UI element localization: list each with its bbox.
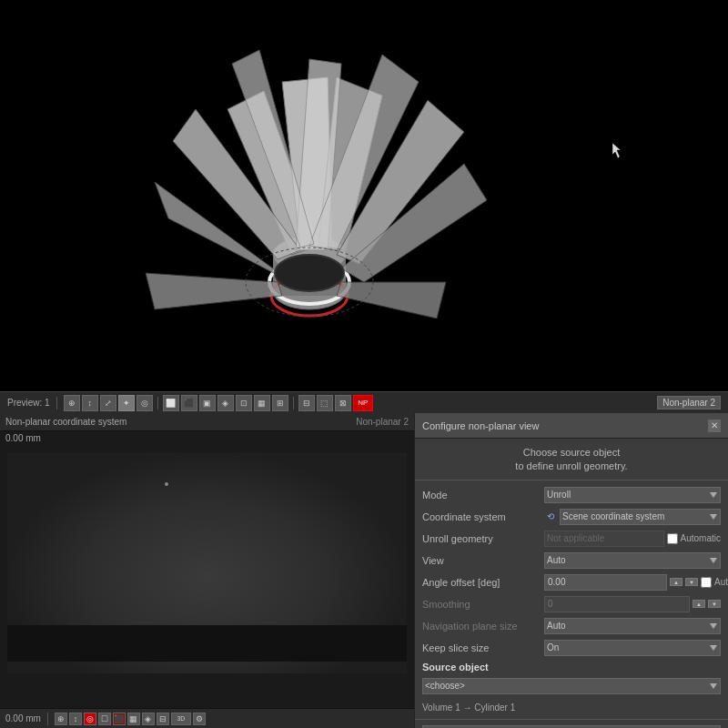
toolbar-icon-4[interactable]: ✦ (118, 395, 135, 411)
config-checkbox-label-angle: Automatic (714, 577, 728, 587)
config-prompt-line1: Choose source object (420, 446, 723, 460)
config-prompt-line2: to define unroll geometry. (420, 460, 723, 473)
svg-point-22 (165, 482, 168, 486)
footer-measurement: 0.00 mm (5, 713, 41, 723)
svg-rect-0 (0, 0, 728, 391)
config-checkbox-label-unroll-geo: Automatic (681, 533, 721, 543)
toolbar-icon-14[interactable]: ⬚ (317, 395, 333, 411)
config-row-volume: Volume 1 → Cylinder 1 (415, 697, 728, 719)
svg-rect-23 (7, 625, 407, 662)
toolbar-icon-13[interactable]: ⊟ (298, 395, 315, 411)
config-row-smoothing: Smoothing ▲ ▼ (415, 593, 728, 615)
footer-icon-7[interactable]: ◈ (142, 713, 155, 725)
config-label-angle: Angle offset [deg] (422, 577, 541, 588)
toolbar-icon-8[interactable]: ▣ (199, 395, 216, 411)
config-row-angle: Angle offset [deg] ▲ ▼ Automatic (415, 571, 728, 593)
config-control-angle: ▲ ▼ Automatic (544, 574, 728, 591)
measurement-label: 0.00 mm (0, 431, 414, 445)
toolbar-icon-12[interactable]: ⊞ (272, 395, 288, 411)
config-control-view: Auto (544, 552, 721, 569)
viewport-2d[interactable] (7, 452, 407, 701)
toolbar-separator-3 (293, 397, 294, 410)
footer-icon-5[interactable]: ⬛ (113, 713, 126, 725)
config-spin-down-smooth[interactable]: ▼ (708, 600, 721, 608)
config-close-button[interactable]: ✕ (708, 420, 721, 432)
viewport-2d-bg (7, 452, 407, 701)
config-input-smoothing[interactable] (544, 596, 690, 612)
toolbar-right: Non-planar 2 (657, 396, 721, 410)
footer-icons: ⊕ ↕ ◎ ☐ ⬛ ▦ ◈ ⊟ 3D ⚙ (55, 713, 206, 725)
config-row-choose: <choose> (415, 675, 728, 697)
config-label-nav-plane: Navigation plane size (422, 621, 541, 632)
footer-icon-1[interactable]: ⊕ (55, 713, 67, 725)
config-select-unroll-geo[interactable]: Not applicable (544, 531, 664, 547)
config-row-mode: Mode Unroll (415, 484, 728, 506)
config-label-unroll-geo: Unroll geometry (422, 533, 541, 544)
toolbar-separator-2 (157, 397, 158, 410)
config-control-coord: ⟲ Scene coordinate system (544, 509, 721, 525)
config-control-smoothing: ▲ ▼ (544, 596, 721, 612)
config-select-nav-plane[interactable]: Auto (544, 618, 721, 634)
non-planar-label: Non-planar 2 (356, 417, 409, 427)
footer-icon-3[interactable]: ◎ (84, 713, 96, 725)
config-panel-title: Configure non-planar view (422, 420, 539, 431)
viewport-3d[interactable] (0, 0, 728, 391)
config-select-keep-slice[interactable]: On (544, 640, 721, 656)
config-select-mode[interactable]: Unroll (544, 487, 721, 503)
toolbar-icon-11[interactable]: ▦ (254, 395, 270, 411)
config-label-coord: Coordinate system (422, 511, 541, 522)
left-panel-header: Non-planar coordinate system Non-planar … (0, 413, 414, 431)
config-control-nav-plane: Auto (544, 618, 721, 634)
toolbar-icon-6[interactable]: ⬜ (163, 395, 179, 411)
footer-icon-8[interactable]: ⊟ (157, 713, 169, 725)
config-volume-label: Volume 1 → Cylinder 1 (422, 703, 515, 713)
config-select-coord[interactable]: Scene coordinate system (560, 509, 721, 525)
footer-separator (47, 713, 48, 725)
toolbar-icon-np[interactable]: NP (353, 395, 373, 411)
config-row-keep-slice: Keep slice size On (415, 637, 728, 659)
toolbar-icons-group: ⊕ ↕ ⤢ ✦ ◎ ⬜ ⬛ ▣ ◈ ⊡ ▦ ⊞ ⊟ ⬚ ⊠ NP (64, 395, 373, 411)
config-checkbox-unroll-geo[interactable] (667, 533, 678, 544)
left-panel-footer: 0.00 mm ⊕ ↕ ◎ ☐ ⬛ ▦ ◈ ⊟ 3D ⚙ (0, 708, 414, 728)
toolbar-icon-7[interactable]: ⬛ (181, 395, 197, 411)
config-label-keep-slice: Keep slice size (422, 642, 541, 653)
coord-system-label: Non-planar coordinate system (5, 417, 126, 427)
config-header: Configure non-planar view ✕ (415, 413, 728, 439)
config-spin-up-smooth[interactable]: ▲ (693, 600, 705, 608)
footer-icon-9[interactable]: 3D (171, 713, 191, 725)
footer-icon-4[interactable]: ☐ (98, 713, 111, 725)
left-panel: Non-planar coordinate system Non-planar … (0, 413, 414, 728)
toolbar-icon-10[interactable]: ⊡ (236, 395, 252, 411)
config-spin-up-angle[interactable]: ▲ (670, 578, 682, 586)
bottom-toolbar: Preview: 1 ⊕ ↕ ⤢ ✦ ◎ ⬜ ⬛ ▣ ◈ ⊡ ▦ ⊞ ⊟ ⬚ ⊠… (0, 391, 728, 413)
toolbar-icon-9[interactable]: ◈ (217, 395, 234, 411)
toolbar-icon-2[interactable]: ↕ (82, 395, 98, 411)
config-checkbox-angle[interactable] (701, 577, 712, 588)
config-label-smoothing: Smoothing (422, 599, 541, 610)
config-prompt: Choose source object to define unroll ge… (415, 439, 728, 480)
toolbar-separator-1 (56, 397, 57, 410)
config-row-view: View Auto (415, 550, 728, 571)
lower-section: Non-planar coordinate system Non-planar … (0, 413, 728, 728)
toolbar-icon-5[interactable]: ◎ (136, 395, 153, 411)
toolbar-icon-1[interactable]: ⊕ (64, 395, 80, 411)
config-control-choose: <choose> (422, 678, 721, 694)
footer-icon-2[interactable]: ↕ (69, 713, 82, 725)
config-select-choose[interactable]: <choose> (422, 678, 721, 694)
svg-point-18 (275, 255, 344, 291)
right-panel: Configure non-planar view ✕ Choose sourc… (414, 413, 728, 728)
toolbar-icon-15[interactable]: ⊠ (335, 395, 351, 411)
toolbar-icon-3[interactable]: ⤢ (100, 395, 116, 411)
source-object-header: Source object (422, 662, 489, 672)
config-control-mode: Unroll (544, 487, 721, 503)
unroll-section: Unroll (415, 719, 728, 728)
footer-icon-6[interactable]: ▦ (127, 713, 140, 725)
footer-icon-10[interactable]: ⚙ (193, 713, 206, 725)
non-planar-badge: Non-planar 2 (657, 396, 721, 410)
config-input-angle[interactable] (544, 574, 667, 591)
config-control-keep-slice: On (544, 640, 721, 656)
config-spin-down-angle[interactable]: ▼ (685, 578, 698, 586)
config-label-mode: Mode (422, 490, 541, 500)
config-select-view[interactable]: Auto (544, 552, 721, 569)
config-section-source: Source object (415, 659, 728, 675)
